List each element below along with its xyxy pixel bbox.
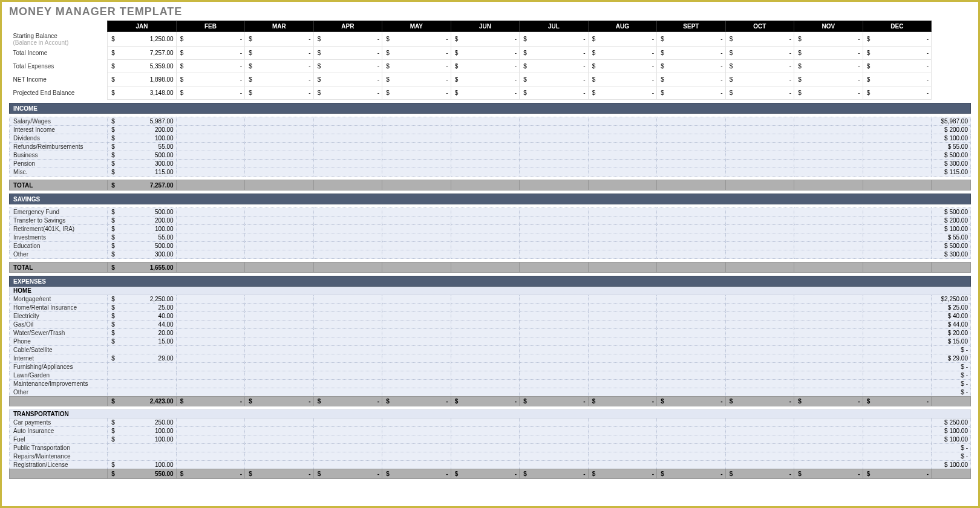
data-cell[interactable]: [451, 346, 520, 354]
money-cell[interactable]: $-: [863, 60, 932, 73]
data-cell[interactable]: [108, 346, 177, 354]
data-cell[interactable]: [313, 233, 382, 242]
data-cell[interactable]: [176, 225, 245, 233]
data-cell[interactable]: [313, 208, 382, 217]
data-cell[interactable]: [245, 388, 314, 397]
data-cell[interactable]: [588, 337, 657, 346]
data-cell[interactable]: [863, 217, 932, 225]
data-cell[interactable]: [245, 354, 314, 363]
money-cell[interactable]: $500.00: [108, 242, 177, 250]
data-cell[interactable]: [245, 250, 314, 259]
money-cell[interactable]: $5,987.00: [108, 117, 177, 126]
data-cell[interactable]: [176, 388, 245, 397]
data-cell[interactable]: [451, 418, 520, 427]
data-cell[interactable]: [451, 208, 520, 217]
data-cell[interactable]: [176, 295, 245, 304]
data-cell[interactable]: [451, 233, 520, 242]
money-cell[interactable]: $-: [794, 60, 863, 73]
data-cell[interactable]: [863, 151, 932, 160]
data-cell[interactable]: [382, 380, 451, 388]
data-cell[interactable]: [725, 225, 794, 233]
money-cell[interactable]: $-: [520, 469, 589, 479]
data-cell[interactable]: [725, 363, 794, 371]
money-cell[interactable]: $25.00: [108, 304, 177, 312]
data-cell[interactable]: [313, 143, 382, 151]
money-cell[interactable]: $-: [657, 469, 726, 479]
data-cell[interactable]: [451, 371, 520, 380]
data-cell[interactable]: [520, 461, 589, 469]
data-cell[interactable]: [863, 160, 932, 168]
data-cell[interactable]: [520, 444, 589, 452]
data-cell[interactable]: [794, 304, 863, 312]
data-cell[interactable]: [520, 250, 589, 259]
data-cell[interactable]: [176, 217, 245, 225]
money-cell[interactable]: $-: [657, 60, 726, 73]
data-cell[interactable]: [725, 117, 794, 126]
data-cell[interactable]: [176, 435, 245, 444]
data-cell[interactable]: [176, 208, 245, 217]
data-cell[interactable]: [451, 363, 520, 371]
data-cell[interactable]: [794, 321, 863, 329]
money-cell[interactable]: $-: [588, 32, 657, 47]
data-cell[interactable]: [588, 250, 657, 259]
data-cell[interactable]: [313, 388, 382, 397]
data-cell[interactable]: [176, 346, 245, 354]
data-cell[interactable]: [451, 134, 520, 143]
data-cell[interactable]: [245, 151, 314, 160]
data-cell[interactable]: [588, 363, 657, 371]
data-cell[interactable]: [657, 168, 726, 177]
money-cell[interactable]: $-: [657, 73, 726, 86]
data-cell[interactable]: [794, 143, 863, 151]
data-cell[interactable]: [863, 242, 932, 250]
data-cell[interactable]: [863, 321, 932, 329]
money-cell[interactable]: $-: [382, 86, 451, 100]
money-cell[interactable]: $-: [863, 73, 932, 86]
money-cell[interactable]: $-: [725, 60, 794, 73]
data-cell[interactable]: [176, 151, 245, 160]
data-cell[interactable]: [794, 371, 863, 380]
data-cell[interactable]: [520, 126, 589, 134]
data-cell[interactable]: [176, 143, 245, 151]
data-cell[interactable]: [725, 217, 794, 225]
data-cell[interactable]: [382, 363, 451, 371]
money-cell[interactable]: $-: [313, 469, 382, 479]
data-cell[interactable]: [725, 134, 794, 143]
data-cell[interactable]: [245, 117, 314, 126]
data-cell[interactable]: [588, 354, 657, 363]
data-cell[interactable]: [451, 151, 520, 160]
data-cell[interactable]: [794, 427, 863, 435]
data-cell[interactable]: [794, 346, 863, 354]
money-cell[interactable]: $-: [588, 86, 657, 100]
data-cell[interactable]: [588, 208, 657, 217]
data-cell[interactable]: [657, 225, 726, 233]
data-cell[interactable]: [863, 444, 932, 452]
data-cell[interactable]: [451, 242, 520, 250]
data-cell[interactable]: [657, 295, 726, 304]
data-cell[interactable]: [657, 371, 726, 380]
data-cell[interactable]: [245, 208, 314, 217]
data-cell[interactable]: [245, 217, 314, 225]
money-cell[interactable]: $-: [794, 32, 863, 47]
data-cell[interactable]: [725, 354, 794, 363]
data-cell[interactable]: [725, 295, 794, 304]
data-cell[interactable]: [451, 354, 520, 363]
money-cell[interactable]: $-: [657, 397, 726, 406]
money-cell[interactable]: $-: [794, 73, 863, 86]
data-cell[interactable]: [313, 427, 382, 435]
money-cell[interactable]: $55.00: [108, 143, 177, 151]
data-cell[interactable]: [588, 134, 657, 143]
money-cell[interactable]: $-: [245, 397, 314, 406]
data-cell[interactable]: [176, 126, 245, 134]
data-cell[interactable]: [382, 160, 451, 168]
data-cell[interactable]: [588, 126, 657, 134]
data-cell[interactable]: [657, 233, 726, 242]
data-cell[interactable]: [657, 134, 726, 143]
data-cell[interactable]: [451, 435, 520, 444]
data-cell[interactable]: [863, 380, 932, 388]
money-cell[interactable]: $-: [520, 73, 589, 86]
data-cell[interactable]: [520, 151, 589, 160]
data-cell[interactable]: [588, 151, 657, 160]
data-cell[interactable]: [313, 151, 382, 160]
data-cell[interactable]: [451, 427, 520, 435]
data-cell[interactable]: [863, 452, 932, 461]
